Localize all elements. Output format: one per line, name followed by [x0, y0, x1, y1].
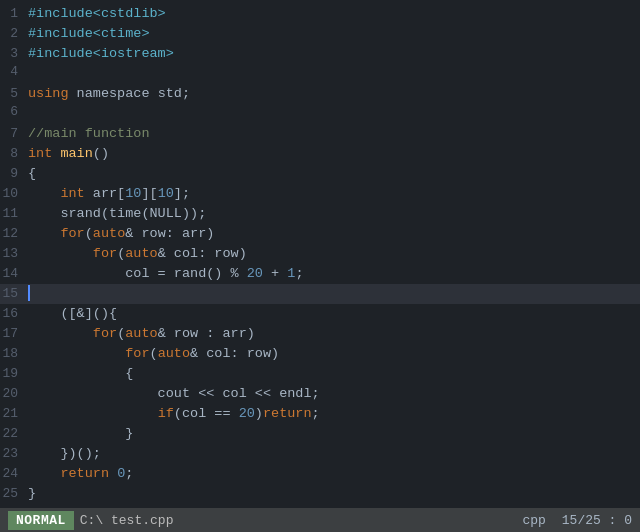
line-15: 15	[0, 284, 640, 304]
token: (col ==	[174, 406, 239, 421]
token: for	[93, 326, 117, 341]
token	[28, 326, 93, 341]
text-cursor	[28, 285, 30, 301]
line-content: #include<ctime>	[28, 24, 150, 44]
line-number: 15	[0, 286, 28, 301]
token: int	[60, 186, 84, 201]
line-13: 13 for(auto& col: row)	[0, 244, 640, 264]
line-content: int main()	[28, 144, 109, 164]
line-content: for(auto& col: row)	[28, 244, 247, 264]
token: 20	[239, 406, 255, 421]
token: #include<cstdlib>	[28, 6, 166, 21]
token: }	[28, 486, 36, 501]
line-number: 5	[0, 86, 28, 101]
token: //main function	[28, 126, 150, 141]
token: if	[158, 406, 174, 421]
token: return	[60, 466, 109, 481]
line-number: 11	[0, 206, 28, 221]
line-23: 23 })();	[0, 444, 640, 464]
token: cout << col << endl;	[28, 386, 320, 401]
line-number: 25	[0, 486, 28, 501]
line-24: 24 return 0;	[0, 464, 640, 484]
line-14: 14 col = rand() % 20 + 1;	[0, 264, 640, 284]
line-content: for(auto& row: arr)	[28, 224, 214, 244]
token: arr[	[85, 186, 126, 201]
token: srand(time(NULL));	[28, 206, 206, 221]
line-1: 1#include<cstdlib>	[0, 4, 640, 24]
line-10: 10 int arr[10][10];	[0, 184, 640, 204]
status-right: cpp 15/25 : 0	[522, 513, 632, 528]
token: ;	[312, 406, 320, 421]
token	[28, 246, 93, 261]
token	[28, 226, 60, 241]
line-number: 19	[0, 366, 28, 381]
token: (	[150, 346, 158, 361]
token: ()	[93, 146, 109, 161]
line-number: 23	[0, 446, 28, 461]
line-22: 22 }	[0, 424, 640, 444]
token: #include<ctime>	[28, 26, 150, 41]
line-9: 9{	[0, 164, 640, 184]
line-content: if(col == 20)return;	[28, 404, 320, 424]
line-21: 21 if(col == 20)return;	[0, 404, 640, 424]
line-19: 19 {	[0, 364, 640, 384]
line-content: srand(time(NULL));	[28, 204, 206, 224]
token: 20	[247, 266, 263, 281]
line-content: using namespace std;	[28, 84, 190, 104]
token: return	[263, 406, 312, 421]
line-8: 8int main()	[0, 144, 640, 164]
token: 10	[125, 186, 141, 201]
token: for	[93, 246, 117, 261]
token: +	[263, 266, 287, 281]
line-18: 18 for(auto& col: row)	[0, 344, 640, 364]
status-bar: NORMAL C:\ test.cpp cpp 15/25 : 0	[0, 508, 640, 532]
token: }	[28, 426, 133, 441]
token: & row : arr)	[158, 326, 255, 341]
line-16: 16 ([&](){	[0, 304, 640, 324]
line-number: 24	[0, 466, 28, 481]
line-20: 20 cout << col << endl;	[0, 384, 640, 404]
token: ][	[141, 186, 157, 201]
line-number: 8	[0, 146, 28, 161]
token: for	[60, 226, 84, 241]
line-content: for(auto& col: row)	[28, 344, 279, 364]
line-content: int arr[10][10];	[28, 184, 190, 204]
token: ([&](){	[28, 306, 117, 321]
line-content: }	[28, 484, 36, 504]
line-number: 1	[0, 6, 28, 21]
token: for	[125, 346, 149, 361]
line-7: 7//main function	[0, 124, 640, 144]
token: & col: row)	[158, 246, 247, 261]
line-6: 6	[0, 104, 640, 124]
line-number: 6	[0, 104, 28, 119]
line-11: 11 srand(time(NULL));	[0, 204, 640, 224]
line-number: 7	[0, 126, 28, 141]
line-content: //main function	[28, 124, 150, 144]
token: 10	[158, 186, 174, 201]
line-content: cout << col << endl;	[28, 384, 320, 404]
token: auto	[158, 346, 190, 361]
line-number: 20	[0, 386, 28, 401]
line-number: 4	[0, 64, 28, 79]
token: col = rand() %	[28, 266, 247, 281]
line-4: 4	[0, 64, 640, 84]
line-content: })();	[28, 444, 101, 464]
token: #include<iostream>	[28, 46, 174, 61]
line-content: }	[28, 424, 133, 444]
line-5: 5using namespace std;	[0, 84, 640, 104]
line-content: #include<cstdlib>	[28, 4, 166, 24]
token: namespace std;	[69, 86, 191, 101]
token: {	[28, 166, 36, 181]
line-12: 12 for(auto& row: arr)	[0, 224, 640, 244]
token: auto	[125, 246, 157, 261]
line-number: 10	[0, 186, 28, 201]
token: )	[255, 406, 263, 421]
file-type: cpp	[522, 513, 545, 528]
token: ;	[125, 466, 133, 481]
line-content: {	[28, 364, 133, 384]
token: using	[28, 86, 69, 101]
token: main	[60, 146, 92, 161]
line-content: ([&](){	[28, 304, 117, 324]
line-number: 3	[0, 46, 28, 61]
line-number: 22	[0, 426, 28, 441]
